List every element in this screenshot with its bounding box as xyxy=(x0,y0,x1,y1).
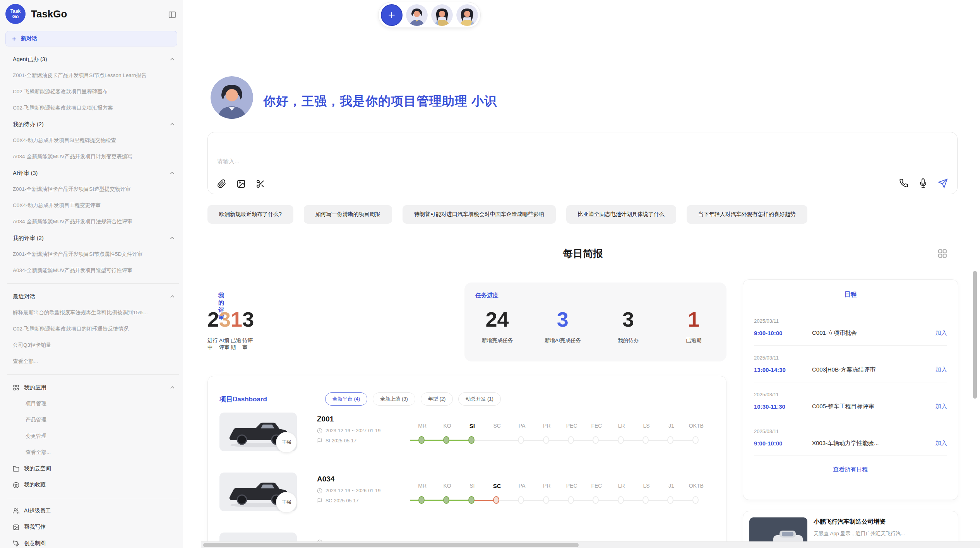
project-row[interactable]: 王强 Z001 2023-12-19 ~ 2027-01-19 SI-2025-… xyxy=(208,411,726,471)
sidebar-section-header[interactable]: AI评审 (3) xyxy=(7,165,179,181)
sidebar-item-writing[interactable]: 帮我写作 xyxy=(7,519,179,535)
stat-label: 我的待办 xyxy=(618,337,639,344)
project-row[interactable]: 王强 A034 2023-12-19 ~ 2026-01-19 SC-2025-… xyxy=(208,471,726,531)
recent-chat-item[interactable]: C02-飞腾新能源轻客改款项目的闭环通告反馈情况 xyxy=(7,321,179,337)
milestone-track xyxy=(535,432,559,449)
app-item[interactable]: 产品管理 xyxy=(7,412,179,428)
milestone-label: SI xyxy=(460,483,485,492)
drawing-label: 创意制图 xyxy=(24,540,46,547)
schedule-event: 2025/03/11 9:00-10:00 C001-立项审批会 加入 xyxy=(754,309,947,346)
join-link[interactable]: 加入 xyxy=(935,440,947,447)
chevron-up-icon[interactable] xyxy=(169,170,176,176)
chat-input[interactable] xyxy=(208,132,957,194)
clock-icon xyxy=(317,428,322,433)
stat-value: 3 xyxy=(622,308,634,331)
add-agent-button[interactable] xyxy=(381,4,403,26)
view-all-schedule-link[interactable]: 查看所有日程 xyxy=(743,466,958,473)
chevron-up-icon[interactable] xyxy=(169,121,176,128)
dashboard-tab[interactable]: 年型 (2) xyxy=(421,392,453,406)
milestone-label: MR xyxy=(410,423,435,432)
chat-input-card xyxy=(207,132,958,194)
send-icon[interactable] xyxy=(938,178,948,188)
app-item[interactable]: 变更管理 xyxy=(7,428,179,444)
milestone-dot xyxy=(518,496,524,504)
join-link[interactable]: 加入 xyxy=(935,366,947,373)
milestone-dot xyxy=(692,496,699,504)
app-item[interactable]: 项目管理 xyxy=(7,396,179,412)
chevron-up-icon[interactable] xyxy=(169,56,176,63)
sidebar-item-ai-staff[interactable]: AI超级员工 xyxy=(7,503,179,519)
event-date: 2025/03/11 xyxy=(754,392,947,397)
horizontal-scrollbar[interactable] xyxy=(201,541,980,548)
milestone-label: PEC xyxy=(559,483,584,492)
milestone-dot xyxy=(568,496,574,504)
sidebar-task-item[interactable]: Z001-全新燃油轻卡产品开发项目SI造型提交物评审 xyxy=(7,181,179,197)
collapse-sidebar-icon[interactable] xyxy=(168,10,176,19)
join-link[interactable]: 加入 xyxy=(935,403,947,410)
scissors-icon[interactable] xyxy=(256,179,265,188)
agent-avatar-2[interactable] xyxy=(431,4,453,26)
milestone-label: SC xyxy=(485,423,509,432)
recent-chat-item[interactable]: 解释最新出台的欧盟报废车法规再生塑料比例被调到15%... xyxy=(7,305,179,321)
input-actions xyxy=(899,178,948,188)
sidebar-task-item[interactable]: Z001-全新燃油轻卡产品开发项目SI节点属性5D文件评审 xyxy=(7,246,179,262)
app-logo: Task Go xyxy=(5,4,26,24)
event-time: 9:00-10:00 xyxy=(754,440,812,447)
sidebar-task-item[interactable]: A034-全新新能源MUV产品开发项目计划变更表编写 xyxy=(7,149,179,165)
section-items: Z001-全新燃油皮卡产品开发项目SI节点Lesson Learn报告C02-飞… xyxy=(7,67,179,116)
agent-avatar-3[interactable] xyxy=(456,4,478,26)
chevron-up-icon[interactable] xyxy=(169,293,176,300)
recent-chat-item[interactable]: 公司Q3轻卡销量 xyxy=(7,337,179,353)
dashboard-tab[interactable]: 动总开发 (1) xyxy=(458,392,501,406)
suggestion-chip[interactable]: 特朗普可能对进口汽车增税会对中国车企造成哪些影响 xyxy=(403,205,556,224)
recent-chats-header[interactable]: 最近对话 xyxy=(7,288,179,305)
sidebar-task-item[interactable]: A034-全新新能源MUV产品开发项目造型可行性评审 xyxy=(7,262,179,279)
recent-chat-item[interactable]: 查看全部... xyxy=(7,353,179,370)
milestone-label: J1 xyxy=(659,423,684,432)
sidebar-task-item[interactable]: Z001-全新燃油皮卡产品开发项目SI节点Lesson Learn报告 xyxy=(7,67,179,84)
sidebar-task-item[interactable]: C0X4-动力总成开发项目SI里程碑提交物检查 xyxy=(7,132,179,149)
sidebar-task-item[interactable]: A034-全新新能源MUV产品开发项目法规符合性评审 xyxy=(7,214,179,230)
sidebar-task-item[interactable]: C02-飞腾新能源轻客改款项目立项汇报方案 xyxy=(7,100,179,116)
sidebar-task-item[interactable]: C0X4-动力总成开发项目工程变更评审 xyxy=(7,197,179,214)
dashboard-tab[interactable]: 全新上装 (3) xyxy=(373,392,415,406)
project-list: 王强 Z001 2023-12-19 ~ 2027-01-19 SI-2025-… xyxy=(208,411,726,548)
sidebar-item-drawing[interactable]: 创意制图 xyxy=(7,535,179,548)
stat-value: 3 xyxy=(242,308,254,331)
my-apps-header[interactable]: 我的应用 xyxy=(7,379,179,396)
new-chat-button[interactable]: 新对话 xyxy=(5,31,177,46)
image-upload-icon[interactable] xyxy=(236,179,246,188)
suggestion-chip[interactable]: 比亚迪全固态电池计划具体说了什么 xyxy=(566,205,676,224)
project-date-range: 2023-12-19 ~ 2027-01-19 xyxy=(326,428,380,433)
stat-item: 2 进行中 xyxy=(207,308,219,351)
milestone-label: SC xyxy=(485,483,509,492)
chevron-up-icon[interactable] xyxy=(169,235,176,241)
join-link[interactable]: 加入 xyxy=(935,329,947,337)
phone-call-icon[interactable] xyxy=(899,178,908,188)
app-item[interactable]: 查看全部... xyxy=(7,444,179,461)
vertical-scrollbar-thumb[interactable] xyxy=(973,271,977,399)
suggestion-chip[interactable]: 当下年轻人对汽车外观有怎样的喜好趋势 xyxy=(687,205,807,224)
section-title: Agent已办 (3) xyxy=(13,56,47,63)
suggestion-chip[interactable]: 欧洲新规最近颁布了什么? xyxy=(207,205,293,224)
event-name: X003-车辆动力学性能验... xyxy=(812,440,935,447)
briefing-card-title: 任务进度 xyxy=(475,292,499,299)
sidebar-task-item[interactable]: C02-飞腾新能源轻客改款项目里程碑画布 xyxy=(7,84,179,100)
milestone-dot xyxy=(543,496,549,504)
milestone-label: PR xyxy=(535,423,559,432)
sidebar-section-header[interactable]: 我的评审 (2) xyxy=(7,230,179,246)
sidebar-section-header[interactable]: 我的待办 (2) xyxy=(7,116,179,132)
agent-avatar-1[interactable] xyxy=(406,4,428,26)
paperclip-icon[interactable] xyxy=(217,179,226,188)
chevron-up-icon[interactable] xyxy=(169,384,176,391)
suggestion-chip[interactable]: 如何写一份清晰的项目周报 xyxy=(304,205,392,224)
horizontal-scrollbar-thumb[interactable] xyxy=(203,543,579,547)
sidebar-section-header[interactable]: Agent已办 (3) xyxy=(7,51,179,67)
sidebar-item-cloud-space[interactable]: 我的云空间 xyxy=(7,461,179,477)
milestone-track xyxy=(435,492,459,509)
stat-label: 进行中 xyxy=(207,337,219,351)
dashboard-tab[interactable]: 全新平台 (4) xyxy=(325,392,368,406)
layout-grid-icon[interactable] xyxy=(937,248,947,259)
sidebar-item-favorites[interactable]: 我的收藏 xyxy=(7,477,179,493)
microphone-icon[interactable] xyxy=(918,178,928,188)
